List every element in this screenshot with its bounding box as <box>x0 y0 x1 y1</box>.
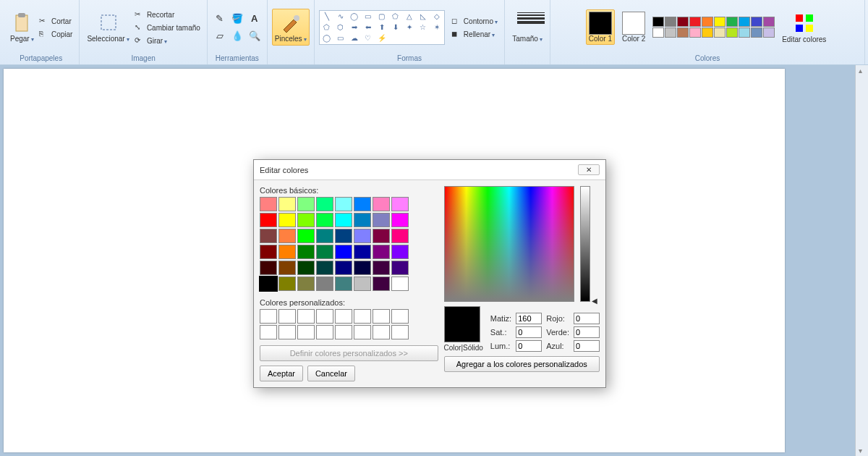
basic-color-swatch[interactable] <box>354 213 371 227</box>
crop-button[interactable]: ✂ Recortar <box>132 9 203 21</box>
shape-star6[interactable]: ✶ <box>430 22 443 33</box>
shape-triangle[interactable]: △ <box>403 12 416 22</box>
shape-callout-round[interactable]: ◯ <box>320 33 333 43</box>
custom-color-slot[interactable] <box>278 309 296 324</box>
blue-input[interactable] <box>574 340 600 352</box>
sat-input[interactable] <box>516 326 542 338</box>
shape-lightning[interactable]: ⚡ <box>375 33 388 43</box>
basic-color-swatch[interactable] <box>354 276 371 291</box>
basic-color-swatch[interactable] <box>278 213 296 227</box>
cancel-button[interactable]: Cancelar <box>307 366 355 381</box>
eraser-tool[interactable]: ▱ <box>212 28 228 44</box>
cut-button[interactable]: ✂ Cortar <box>37 16 75 28</box>
basic-color-swatch[interactable] <box>391 261 409 275</box>
basic-color-swatch[interactable] <box>391 245 409 259</box>
custom-color-slot[interactable] <box>373 325 390 339</box>
basic-color-swatch[interactable] <box>316 245 333 259</box>
basic-color-swatch[interactable] <box>260 261 277 275</box>
palette-swatch[interactable] <box>652 17 664 27</box>
shape-darrow[interactable]: ⬇ <box>389 22 402 33</box>
pencil-tool[interactable]: ✎ <box>212 11 228 27</box>
luminance-slider[interactable] <box>580 186 590 302</box>
palette-swatch[interactable] <box>665 28 676 38</box>
basic-color-swatch[interactable] <box>278 229 296 243</box>
palette-swatch[interactable] <box>689 17 701 27</box>
palette-swatch[interactable] <box>677 28 689 38</box>
basic-color-swatch[interactable] <box>335 229 352 243</box>
basic-color-swatch[interactable] <box>316 197 333 211</box>
custom-color-slot[interactable] <box>297 309 315 324</box>
basic-color-swatch[interactable] <box>335 245 352 259</box>
palette-swatch[interactable] <box>739 17 750 27</box>
basic-color-swatch[interactable] <box>354 197 371 211</box>
shape-rarrow[interactable]: ➡ <box>348 22 361 33</box>
copy-button[interactable]: ⎘ Copiar <box>37 29 75 41</box>
basic-color-swatch[interactable] <box>354 261 371 275</box>
define-custom-button[interactable]: Definir colores personalizados >> <box>260 345 438 361</box>
palette-swatch[interactable] <box>677 17 689 27</box>
dialog-close-button[interactable]: ✕ <box>578 164 600 175</box>
shape-diamond[interactable]: ◇ <box>430 12 443 22</box>
basic-color-swatch[interactable] <box>354 229 371 243</box>
resize-button[interactable]: ⤡ Cambiar tamaño <box>132 22 203 34</box>
rotate-button[interactable]: ⟳ Girar <box>132 35 203 47</box>
custom-color-slot[interactable] <box>391 309 409 324</box>
shape-rect[interactable]: ▭ <box>362 12 375 22</box>
shape-line[interactable]: ╲ <box>320 12 333 22</box>
lum-input[interactable] <box>516 340 542 352</box>
basic-color-swatch[interactable] <box>316 229 333 243</box>
basic-color-swatch[interactable] <box>297 245 315 259</box>
basic-color-swatch[interactable] <box>297 213 315 227</box>
basic-color-swatch[interactable] <box>297 261 315 275</box>
edit-colors-button[interactable]: Editar colores <box>779 9 829 46</box>
basic-color-swatch[interactable] <box>391 197 409 211</box>
shape-oval[interactable]: ◯ <box>348 12 361 22</box>
dialog-titlebar[interactable]: Editar colores ✕ <box>254 160 605 180</box>
palette-swatch[interactable] <box>751 17 762 27</box>
palette-swatch[interactable] <box>763 28 775 38</box>
add-custom-button[interactable]: Agregar a los colores personalizados <box>444 356 600 372</box>
select-button[interactable]: Seleccionar <box>84 9 132 46</box>
basic-color-swatch[interactable] <box>335 197 352 211</box>
basic-color-swatch[interactable] <box>260 245 277 259</box>
paste-button[interactable]: Pegar <box>7 9 37 46</box>
text-tool[interactable]: A <box>247 11 263 27</box>
shape-rtriangle[interactable]: ◺ <box>417 12 430 22</box>
custom-color-slot[interactable] <box>260 309 277 324</box>
basic-color-swatch[interactable] <box>278 261 296 275</box>
basic-color-swatch[interactable] <box>335 276 352 291</box>
basic-color-swatch[interactable] <box>373 245 390 259</box>
size-button[interactable]: Tamaño <box>509 9 545 46</box>
custom-color-slot[interactable] <box>391 325 409 339</box>
shape-star5[interactable]: ☆ <box>417 22 430 33</box>
shape-uarrow[interactable]: ⬆ <box>375 22 388 33</box>
basic-color-swatch[interactable] <box>316 213 333 227</box>
custom-color-slot[interactable] <box>297 325 315 339</box>
custom-color-slot[interactable] <box>316 309 333 324</box>
custom-color-slot[interactable] <box>278 325 296 339</box>
basic-color-swatch[interactable] <box>297 276 315 291</box>
palette-swatch[interactable] <box>714 17 726 27</box>
basic-color-swatch[interactable] <box>278 276 296 291</box>
color2-button[interactable]: Color 2 <box>619 9 648 45</box>
basic-color-swatch[interactable] <box>260 197 277 211</box>
fill-button[interactable]: ◼ Rellenar <box>449 29 500 41</box>
custom-color-slot[interactable] <box>373 309 390 324</box>
shape-larrow[interactable]: ⬅ <box>362 22 375 33</box>
basic-color-swatch[interactable] <box>278 245 296 259</box>
fill-tool[interactable]: 🪣 <box>229 11 245 27</box>
basic-color-swatch[interactable] <box>316 261 333 275</box>
palette-swatch[interactable] <box>689 28 701 38</box>
custom-color-slot[interactable] <box>354 325 371 339</box>
basic-color-swatch[interactable] <box>373 197 390 211</box>
basic-color-swatch[interactable] <box>391 276 409 291</box>
basic-color-swatch[interactable] <box>297 197 315 211</box>
shape-star4[interactable]: ✦ <box>403 22 416 33</box>
basic-color-swatch[interactable] <box>335 213 352 227</box>
palette-swatch[interactable] <box>714 28 726 38</box>
color1-button[interactable]: Color 1 <box>586 9 615 45</box>
custom-color-slot[interactable] <box>260 325 277 339</box>
outline-button[interactable]: ◻ Contorno <box>449 16 500 28</box>
shape-heart[interactable]: ♡ <box>362 33 375 43</box>
basic-color-swatch[interactable] <box>373 229 390 243</box>
